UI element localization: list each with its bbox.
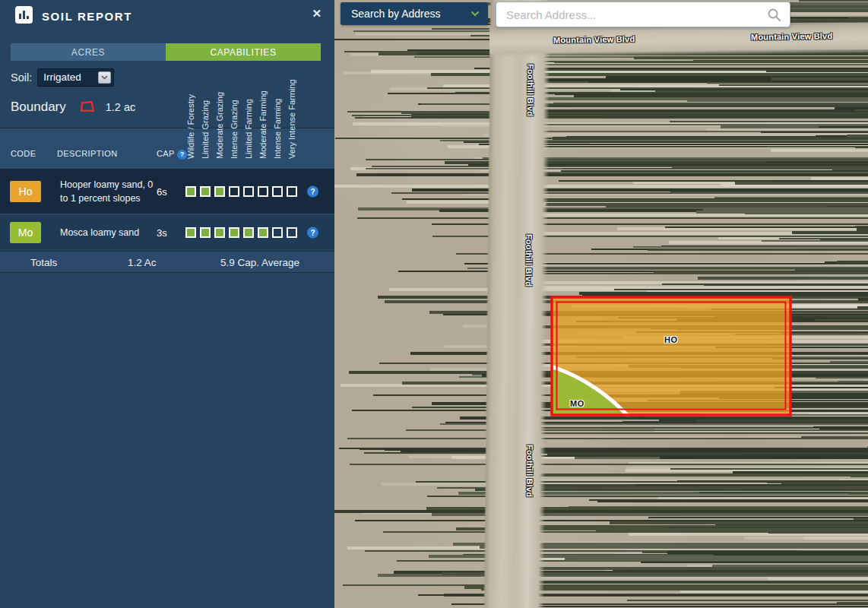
capability-column-header: Intense Farming [271,63,284,159]
totals-acres: 1.2 Ac [128,256,157,268]
capability-square-empty [243,186,254,197]
cap-value: 3s [157,226,167,238]
capability-column-header: Wildlife / Forestry [185,63,197,159]
address-search-field [496,2,790,27]
tab-acres[interactable]: ACRES [11,43,166,61]
report-tabs: ACRES CAPABILITIES [11,43,321,61]
totals-label: Totals [30,256,57,268]
capability-square-filled [214,186,225,197]
totals-row: Totals 1.2 Ac 5.9 Cap. Average [0,251,334,273]
road-label-foothill-blvd: Foothill Blvd [525,445,535,497]
soil-table-row[interactable]: MoMosca loamy sand3s? [0,215,334,249]
capability-squares [185,227,297,238]
search-mode-dropdown[interactable]: Search by Address [341,2,488,25]
search-mode-label: Search by Address [341,8,470,20]
capability-square-filled [258,227,268,238]
soil-code-badge: Mo [10,222,41,243]
capability-square-filled [185,186,196,197]
road-label-mountain-view-blvd: Mountain View Blvd [553,34,635,44]
soil-table-row[interactable]: HoHooper loamy sand, 0 to 1 percent slop… [0,169,334,214]
column-header-code: CODE [11,149,36,158]
panel-header: SOIL REPORT ✕ [0,0,334,33]
boundary-label: Boundary [11,100,66,115]
boundary-area: 1.2 ac [106,101,136,113]
capability-square-filled [185,227,196,238]
soil-select[interactable]: Irrigated [37,68,114,87]
capability-squares [185,186,297,197]
capability-column-header: Limited Farming [242,63,255,159]
parcel-polygon [550,296,792,416]
soil-table-header: CODE DESCRIPTION CAP ? [0,128,334,169]
soil-description: Hooper loamy sand, 0 to 1 percent slopes [60,177,156,204]
parcel-soil-label: HO [664,335,678,344]
search-input[interactable] [496,2,790,27]
soil-report-app: Mountain View BlvdMountain View BlvdFoot… [0,0,868,608]
cap-value: 6s [157,185,167,197]
capability-column-header: Intense Grazing [228,63,240,159]
road-label-foothill-blvd: Foothill Blvd [526,64,536,116]
capability-column-header: Moderate Farming [257,63,269,159]
parcel-soil-label: MO [570,399,584,408]
capability-square-empty [258,186,268,197]
capability-square-empty [287,227,297,238]
search-icon[interactable] [767,8,782,23]
boundary-row: Boundary 1.2 ac [11,97,135,117]
close-icon[interactable]: ✕ [312,7,322,21]
red-polygon-icon[interactable] [78,100,96,117]
column-header-cap: CAP [157,149,175,158]
capability-square-empty [272,186,283,197]
soil-description: Mosca loamy sand [60,225,156,239]
capability-square-filled [200,227,211,238]
road-foothill-blvd [483,0,551,608]
bar-chart-icon [15,6,33,24]
chevron-down-icon [98,71,111,84]
road-label-mountain-view-blvd: Mountain View Blvd [751,31,832,41]
capability-square-empty [229,186,239,197]
tab-capabilities[interactable]: CAPABILITIES [166,43,321,61]
totals-cap-average: 5.9 Cap. Average [220,256,299,268]
road-label-foothill-blvd: Foothill Blvd [524,234,534,287]
capability-square-filled [243,227,254,238]
parcel-boundary-overlay[interactable]: HOMO [550,296,792,416]
satellite-map[interactable]: Mountain View BlvdMountain View BlvdFoot… [334,0,868,608]
capability-column-header: Limited Grazing [199,63,211,159]
row-help-icon[interactable]: ? [307,226,318,238]
panel-title: SOIL REPORT [42,10,132,23]
capability-square-empty [272,227,283,238]
soil-label: Soil: [11,71,32,84]
column-header-description: DESCRIPTION [57,149,118,158]
capability-square-filled [200,186,211,197]
row-help-icon[interactable]: ? [307,185,318,197]
chevron-down-icon [470,11,480,17]
capability-square-empty [287,186,297,197]
soil-code-badge: Ho [10,181,41,202]
soil-report-panel: SOIL REPORT ✕ ACRES CAPABILITIES Soil: I… [0,0,334,608]
capability-column-header: Moderate Grazing [214,63,226,159]
capability-square-filled [229,227,239,238]
capability-square-filled [214,227,225,238]
soil-table-body: HoHooper loamy sand, 0 to 1 percent slop… [0,169,334,251]
capability-column-header: Very Intense Farming [286,63,298,159]
soil-select-value: Irrigated [43,71,81,83]
soil-filter-row: Soil: Irrigated [11,68,114,87]
